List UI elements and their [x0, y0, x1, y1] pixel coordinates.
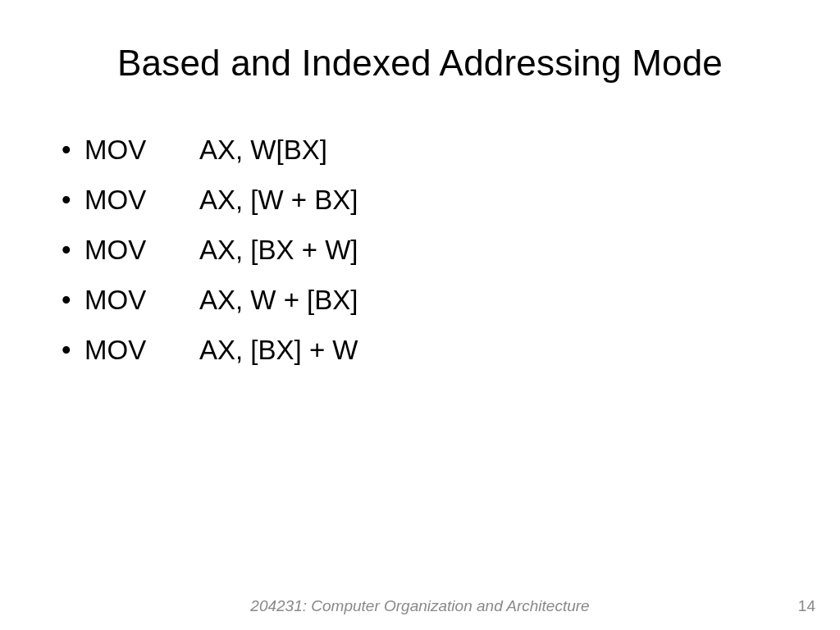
bullet-item: • MOV AX, [BX + W] — [62, 225, 791, 275]
instruction-operands: AX, [BX] + W — [199, 325, 358, 375]
bullet-text: MOV AX, W[BX] — [84, 125, 327, 175]
instruction-mnemonic: MOV — [84, 325, 199, 375]
instruction-operands: AX, [BX + W] — [199, 225, 358, 275]
bullet-text: MOV AX, [W + BX] — [84, 175, 358, 225]
slide-title: Based and Indexed Addressing Mode — [0, 0, 840, 108]
bullet-marker: • — [62, 125, 84, 175]
instruction-mnemonic: MOV — [84, 275, 199, 325]
bullet-item: • MOV AX, W[BX] — [62, 125, 791, 175]
bullet-item: • MOV AX, W + [BX] — [62, 275, 791, 325]
instruction-mnemonic: MOV — [84, 225, 199, 275]
bullet-item: • MOV AX, [W + BX] — [62, 175, 791, 225]
instruction-operands: AX, W + [BX] — [199, 275, 358, 325]
bullet-list: • MOV AX, W[BX] • MOV AX, [W + BX] • MOV… — [0, 108, 840, 375]
bullet-text: MOV AX, W + [BX] — [84, 275, 358, 325]
bullet-marker: • — [62, 175, 84, 225]
bullet-text: MOV AX, [BX + W] — [84, 225, 358, 275]
bullet-text: MOV AX, [BX] + W — [84, 325, 358, 375]
bullet-item: • MOV AX, [BX] + W — [62, 325, 791, 375]
footer-text: 204231: Computer Organization and Archit… — [250, 597, 589, 615]
instruction-mnemonic: MOV — [84, 125, 199, 175]
instruction-operands: AX, [W + BX] — [199, 175, 358, 225]
instruction-mnemonic: MOV — [84, 175, 199, 225]
bullet-marker: • — [62, 225, 84, 275]
bullet-marker: • — [62, 275, 84, 325]
instruction-operands: AX, W[BX] — [199, 125, 327, 175]
slide-footer: 204231: Computer Organization and Archit… — [0, 597, 840, 615]
bullet-marker: • — [62, 325, 84, 375]
page-number: 14 — [798, 597, 815, 615]
